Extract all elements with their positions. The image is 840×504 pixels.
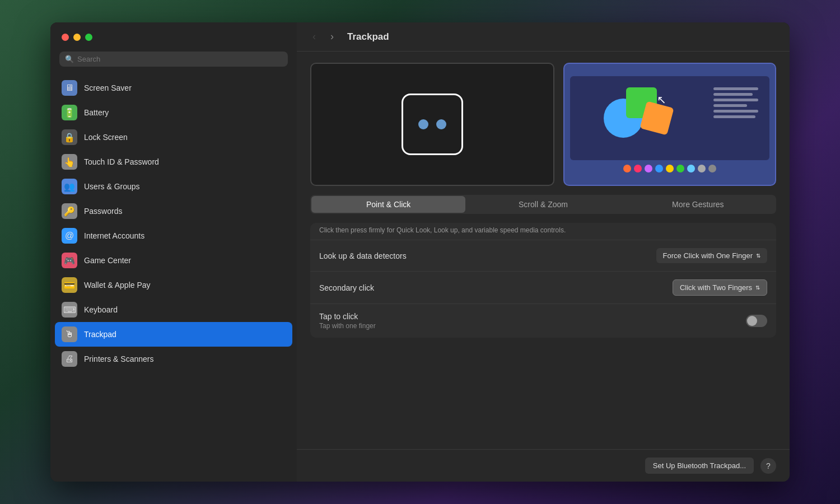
main-content: ‹ › Trackpad ↖ — [297, 22, 790, 482]
wallet-icon: 💳 — [62, 277, 77, 293]
sidebar-titlebar — [50, 22, 297, 52]
sidebar-item-label-gamecenter: Game Center — [84, 256, 131, 265]
color-dot-0 — [623, 165, 631, 172]
setting-row-lookup: Look up & data detectorsForce Click with… — [310, 240, 776, 272]
tabs-row: Point & ClickScroll & ZoomMore Gestures — [310, 195, 776, 214]
gamecenter-icon: 🎮 — [62, 253, 77, 268]
sidebar-item-battery[interactable]: 🔋Battery — [55, 100, 292, 125]
preview-line-1 — [713, 87, 758, 90]
main-window: 🔍 🖥Screen Saver🔋Battery🔒Lock Screen👆Touc… — [50, 22, 790, 482]
sidebar-item-lockscreen[interactable]: 🔒Lock Screen — [55, 125, 292, 150]
color-dot-3 — [655, 165, 663, 172]
sidebar-item-screensaver[interactable]: 🖥Screen Saver — [55, 76, 292, 100]
close-button[interactable] — [62, 34, 69, 41]
sidebar-item-label-wallet: Wallet & Apple Pay — [84, 281, 151, 290]
lockscreen-icon: 🔒 — [62, 129, 77, 145]
tab-point_click[interactable]: Point & Click — [311, 196, 465, 213]
sidebar-item-label-users: Users & Groups — [84, 182, 140, 191]
preview-cursor-icon: ↖ — [657, 93, 666, 106]
search-input[interactable] — [77, 55, 282, 63]
sidebar-item-passwords[interactable]: 🔑Passwords — [55, 199, 292, 223]
setting-label-tap_to_click: Tap to clickTap with one finger — [319, 312, 376, 330]
sidebar: 🔍 🖥Screen Saver🔋Battery🔒Lock Screen👆Touc… — [50, 22, 297, 482]
main-titlebar: ‹ › Trackpad — [297, 22, 790, 52]
touchid-icon: 👆 — [62, 154, 77, 170]
sidebar-item-label-printers: Printers & Scanners — [84, 354, 154, 363]
color-dot-2 — [645, 165, 652, 172]
trackpad-dot-left — [418, 119, 428, 129]
sidebar-item-touchid[interactable]: 👆Touch ID & Password — [55, 150, 292, 174]
setting-label-secondary_click: Secondary click — [319, 283, 374, 292]
settings-section: Click then press firmly for Quick Look, … — [310, 223, 776, 338]
help-button[interactable]: ? — [760, 458, 776, 474]
sidebar-item-label-battery: Battery — [84, 108, 109, 117]
setting-sublabel-tap_to_click: Tap with one finger — [319, 322, 376, 330]
color-dot-8 — [708, 165, 716, 172]
page-title: Trackpad — [347, 31, 389, 43]
trackpad-dot-right — [436, 119, 446, 129]
screensaver-icon: 🖥 — [62, 80, 77, 96]
bottom-bar: Set Up Bluetooth Trackpad... ? — [297, 449, 790, 482]
preview-lines — [713, 87, 758, 118]
sidebar-item-label-touchid: Touch ID & Password — [84, 157, 159, 166]
sidebar-item-label-screensaver: Screen Saver — [84, 83, 132, 92]
setting-description: Click then press firmly for Quick Look, … — [310, 223, 776, 240]
tab-more_gestures[interactable]: More Gestures — [621, 196, 775, 213]
keyboard-icon: ⌨ — [62, 302, 77, 318]
sidebar-item-trackpad[interactable]: 🖱Trackpad — [55, 322, 292, 347]
preview-screen: ↖ — [570, 76, 769, 160]
trackpad-preview-active: ↖ — [563, 63, 776, 186]
sidebar-item-users[interactable]: 👥Users & Groups — [55, 174, 292, 199]
setup-bluetooth-button[interactable]: Set Up Bluetooth Trackpad... — [645, 458, 754, 474]
color-dot-1 — [634, 165, 642, 172]
sidebar-item-label-passwords: Passwords — [84, 207, 122, 216]
setting-control-tap_to_click — [746, 315, 767, 327]
trackpad-icon: 🖱 — [62, 326, 77, 342]
dropdown-lookup[interactable]: Force Click with One Finger ⇅ — [656, 248, 767, 263]
setting-label-lookup: Look up & data detectors — [319, 251, 407, 260]
users-icon: 👥 — [62, 179, 77, 194]
sidebar-item-label-internet: Internet Accounts — [84, 231, 144, 240]
preview-color-dots — [623, 165, 716, 172]
preview-line-5 — [713, 110, 758, 113]
color-dot-7 — [698, 165, 706, 172]
battery-icon: 🔋 — [62, 105, 77, 120]
maximize-button[interactable] — [85, 34, 92, 41]
passwords-icon: 🔑 — [62, 203, 77, 219]
tab-scroll_zoom[interactable]: Scroll & Zoom — [466, 196, 620, 213]
sidebar-item-gamecenter[interactable]: 🎮Game Center — [55, 248, 292, 273]
forward-button[interactable]: › — [326, 29, 338, 45]
sidebar-item-label-keyboard: Keyboard — [84, 305, 118, 314]
setting-label-text-tap_to_click: Tap to click — [319, 312, 376, 321]
toggle-tap_to_click[interactable] — [746, 315, 767, 327]
setting-control-lookup: Force Click with One Finger ⇅ — [656, 248, 767, 263]
preview-line-2 — [713, 93, 753, 96]
dropdown-secondary_click[interactable]: Click with Two Fingers ⇅ — [673, 279, 767, 296]
sidebar-list: 🖥Screen Saver🔋Battery🔒Lock Screen👆Touch … — [50, 73, 297, 482]
setting-control-secondary_click: Click with Two Fingers ⇅ — [673, 279, 767, 296]
sidebar-item-wallet[interactable]: 💳Wallet & Apple Pay — [55, 273, 292, 297]
sidebar-item-printers[interactable]: 🖨Printers & Scanners — [55, 347, 292, 371]
preview-line-3 — [713, 99, 758, 101]
search-icon: 🔍 — [65, 55, 74, 63]
internet-icon: @ — [62, 228, 77, 244]
trackpad-preview-inactive — [310, 63, 554, 186]
color-dot-4 — [666, 165, 674, 172]
preview-line-4 — [713, 104, 747, 107]
preview-line-6 — [713, 115, 755, 118]
sidebar-item-label-trackpad: Trackpad — [84, 330, 116, 339]
color-dot-5 — [676, 165, 684, 172]
preview-row: ↖ — [310, 63, 776, 186]
setting-label-text-secondary_click: Secondary click — [319, 283, 374, 292]
minimize-button[interactable] — [73, 34, 81, 41]
sidebar-item-keyboard[interactable]: ⌨Keyboard — [55, 297, 292, 322]
color-dot-6 — [687, 165, 695, 172]
setting-row-secondary_click: Secondary clickClick with Two Fingers ⇅ — [310, 272, 776, 304]
back-button[interactable]: ‹ — [308, 29, 320, 45]
setting-row-tap_to_click: Tap to clickTap with one finger — [310, 304, 776, 338]
sidebar-item-internet[interactable]: @Internet Accounts — [55, 223, 292, 248]
printers-icon: 🖨 — [62, 351, 77, 367]
search-bar[interactable]: 🔍 — [59, 52, 288, 67]
sidebar-item-label-lockscreen: Lock Screen — [84, 133, 128, 142]
trackpad-icon — [402, 94, 463, 155]
